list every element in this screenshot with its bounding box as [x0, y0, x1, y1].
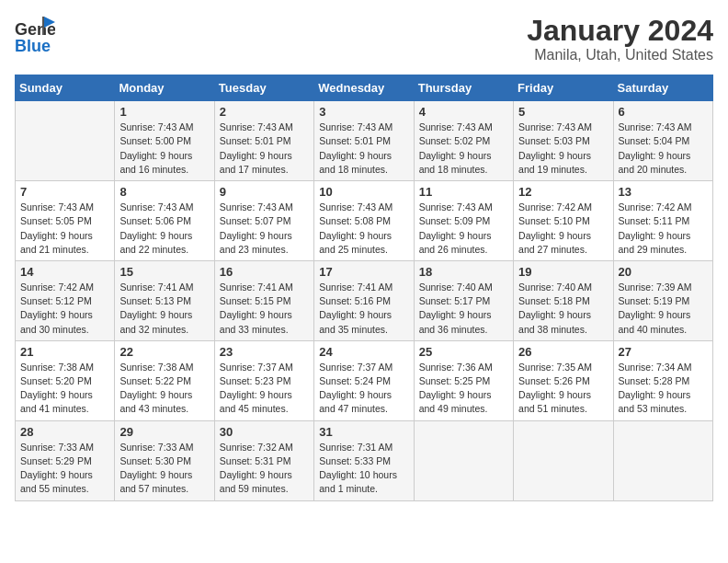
day-info: Sunrise: 7:40 AMSunset: 5:17 PMDaylight:… [419, 281, 508, 337]
day-number: 28 [20, 425, 109, 439]
day-number: 26 [518, 345, 608, 359]
day-number: 13 [619, 185, 708, 199]
day-header-tuesday: Tuesday [214, 75, 313, 101]
calendar-cell: 7Sunrise: 7:43 AMSunset: 5:05 PMDaylight… [16, 181, 115, 261]
calendar-cell [414, 420, 513, 500]
day-number: 10 [319, 185, 408, 199]
calendar-cell [514, 420, 613, 500]
day-info: Sunrise: 7:38 AMSunset: 5:20 PMDaylight:… [20, 361, 109, 417]
day-header-monday: Monday [115, 75, 214, 101]
day-header-thursday: Thursday [414, 75, 513, 101]
calendar-cell: 9Sunrise: 7:43 AMSunset: 5:07 PMDaylight… [214, 181, 313, 261]
calendar-week-5: 28Sunrise: 7:33 AMSunset: 5:29 PMDayligh… [16, 420, 713, 500]
day-info: Sunrise: 7:37 AMSunset: 5:23 PMDaylight:… [220, 361, 309, 417]
calendar-cell: 2Sunrise: 7:43 AMSunset: 5:01 PMDaylight… [214, 101, 313, 181]
calendar-cell: 15Sunrise: 7:41 AMSunset: 5:13 PMDayligh… [115, 260, 214, 340]
day-info: Sunrise: 7:43 AMSunset: 5:09 PMDaylight:… [419, 201, 508, 257]
calendar-cell: 27Sunrise: 7:34 AMSunset: 5:28 PMDayligh… [613, 340, 712, 420]
calendar-cell: 19Sunrise: 7:40 AMSunset: 5:18 PMDayligh… [514, 260, 613, 340]
day-number: 14 [20, 265, 109, 279]
calendar-cell [613, 420, 712, 500]
day-number: 7 [20, 185, 109, 199]
calendar-cell: 13Sunrise: 7:42 AMSunset: 5:11 PMDayligh… [613, 181, 712, 261]
day-info: Sunrise: 7:43 AMSunset: 5:04 PMDaylight:… [619, 121, 708, 177]
calendar-week-3: 14Sunrise: 7:42 AMSunset: 5:12 PMDayligh… [16, 260, 713, 340]
calendar-cell [16, 101, 115, 181]
day-number: 22 [119, 345, 209, 359]
calendar-cell: 17Sunrise: 7:41 AMSunset: 5:16 PMDayligh… [314, 260, 414, 340]
day-number: 20 [619, 265, 708, 279]
day-number: 2 [220, 105, 309, 119]
header-row: SundayMondayTuesdayWednesdayThursdayFrid… [16, 75, 713, 101]
day-number: 29 [119, 425, 209, 439]
calendar-week-2: 7Sunrise: 7:43 AMSunset: 5:05 PMDaylight… [16, 181, 713, 261]
day-info: Sunrise: 7:43 AMSunset: 5:06 PMDaylight:… [119, 201, 209, 257]
calendar-cell: 6Sunrise: 7:43 AMSunset: 5:04 PMDaylight… [613, 101, 712, 181]
page-subtitle: Manila, Utah, United States [527, 47, 713, 63]
svg-text:Blue: Blue [15, 37, 51, 55]
day-info: Sunrise: 7:42 AMSunset: 5:11 PMDaylight:… [619, 201, 708, 257]
calendar-cell: 30Sunrise: 7:32 AMSunset: 5:31 PMDayligh… [214, 420, 313, 500]
day-info: Sunrise: 7:33 AMSunset: 5:30 PMDaylight:… [119, 441, 209, 497]
day-info: Sunrise: 7:36 AMSunset: 5:25 PMDaylight:… [419, 361, 508, 417]
calendar-cell: 5Sunrise: 7:43 AMSunset: 5:03 PMDaylight… [514, 101, 613, 181]
logo-icon: General Blue [15, 15, 55, 55]
day-header-saturday: Saturday [613, 75, 712, 101]
calendar-cell: 24Sunrise: 7:37 AMSunset: 5:24 PMDayligh… [314, 340, 414, 420]
day-info: Sunrise: 7:41 AMSunset: 5:16 PMDaylight:… [319, 281, 408, 337]
day-number: 1 [119, 105, 209, 119]
day-info: Sunrise: 7:31 AMSunset: 5:33 PMDaylight:… [319, 441, 408, 497]
calendar-cell: 29Sunrise: 7:33 AMSunset: 5:30 PMDayligh… [115, 420, 214, 500]
day-number: 24 [319, 345, 408, 359]
calendar-week-4: 21Sunrise: 7:38 AMSunset: 5:20 PMDayligh… [16, 340, 713, 420]
day-info: Sunrise: 7:43 AMSunset: 5:00 PMDaylight:… [119, 121, 209, 177]
day-number: 23 [220, 345, 309, 359]
day-info: Sunrise: 7:43 AMSunset: 5:01 PMDaylight:… [319, 121, 408, 177]
day-number: 3 [319, 105, 408, 119]
calendar-cell: 12Sunrise: 7:42 AMSunset: 5:10 PMDayligh… [514, 181, 613, 261]
calendar-cell: 31Sunrise: 7:31 AMSunset: 5:33 PMDayligh… [314, 420, 414, 500]
day-info: Sunrise: 7:43 AMSunset: 5:05 PMDaylight:… [20, 201, 109, 257]
day-info: Sunrise: 7:43 AMSunset: 5:03 PMDaylight:… [518, 121, 608, 177]
calendar-table: SundayMondayTuesdayWednesdayThursdayFrid… [15, 75, 713, 500]
svg-rect-3 [42, 17, 44, 35]
calendar-cell: 28Sunrise: 7:33 AMSunset: 5:29 PMDayligh… [16, 420, 115, 500]
logo: General Blue [15, 15, 55, 55]
day-info: Sunrise: 7:41 AMSunset: 5:15 PMDaylight:… [220, 281, 309, 337]
calendar-cell: 10Sunrise: 7:43 AMSunset: 5:08 PMDayligh… [314, 181, 414, 261]
calendar-cell: 26Sunrise: 7:35 AMSunset: 5:26 PMDayligh… [514, 340, 613, 420]
day-number: 19 [518, 265, 608, 279]
calendar-cell: 22Sunrise: 7:38 AMSunset: 5:22 PMDayligh… [115, 340, 214, 420]
day-info: Sunrise: 7:33 AMSunset: 5:29 PMDaylight:… [20, 441, 109, 497]
day-number: 18 [419, 265, 508, 279]
calendar-cell: 23Sunrise: 7:37 AMSunset: 5:23 PMDayligh… [214, 340, 313, 420]
calendar-cell: 16Sunrise: 7:41 AMSunset: 5:15 PMDayligh… [214, 260, 313, 340]
day-number: 27 [619, 345, 708, 359]
calendar-cell: 20Sunrise: 7:39 AMSunset: 5:19 PMDayligh… [613, 260, 712, 340]
day-number: 17 [319, 265, 408, 279]
day-info: Sunrise: 7:40 AMSunset: 5:18 PMDaylight:… [518, 281, 608, 337]
calendar-cell: 3Sunrise: 7:43 AMSunset: 5:01 PMDaylight… [314, 101, 414, 181]
day-number: 4 [419, 105, 508, 119]
day-info: Sunrise: 7:43 AMSunset: 5:07 PMDaylight:… [220, 201, 309, 257]
calendar-cell: 14Sunrise: 7:42 AMSunset: 5:12 PMDayligh… [16, 260, 115, 340]
day-info: Sunrise: 7:42 AMSunset: 5:12 PMDaylight:… [20, 281, 109, 337]
calendar-cell: 8Sunrise: 7:43 AMSunset: 5:06 PMDaylight… [115, 181, 214, 261]
day-info: Sunrise: 7:41 AMSunset: 5:13 PMDaylight:… [119, 281, 209, 337]
day-info: Sunrise: 7:38 AMSunset: 5:22 PMDaylight:… [119, 361, 209, 417]
day-info: Sunrise: 7:43 AMSunset: 5:01 PMDaylight:… [220, 121, 309, 177]
calendar-cell: 4Sunrise: 7:43 AMSunset: 5:02 PMDaylight… [414, 101, 513, 181]
day-info: Sunrise: 7:42 AMSunset: 5:10 PMDaylight:… [518, 201, 608, 257]
title-block: January 2024 Manila, Utah, United States [527, 15, 713, 63]
day-header-sunday: Sunday [16, 75, 115, 101]
day-number: 25 [419, 345, 508, 359]
day-info: Sunrise: 7:34 AMSunset: 5:28 PMDaylight:… [619, 361, 708, 417]
calendar-cell: 18Sunrise: 7:40 AMSunset: 5:17 PMDayligh… [414, 260, 513, 340]
day-number: 6 [619, 105, 708, 119]
day-info: Sunrise: 7:37 AMSunset: 5:24 PMDaylight:… [319, 361, 408, 417]
day-info: Sunrise: 7:32 AMSunset: 5:31 PMDaylight:… [220, 441, 309, 497]
calendar-week-1: 1Sunrise: 7:43 AMSunset: 5:00 PMDaylight… [16, 101, 713, 181]
day-number: 15 [119, 265, 209, 279]
page-title: January 2024 [527, 15, 713, 47]
day-number: 8 [119, 185, 209, 199]
